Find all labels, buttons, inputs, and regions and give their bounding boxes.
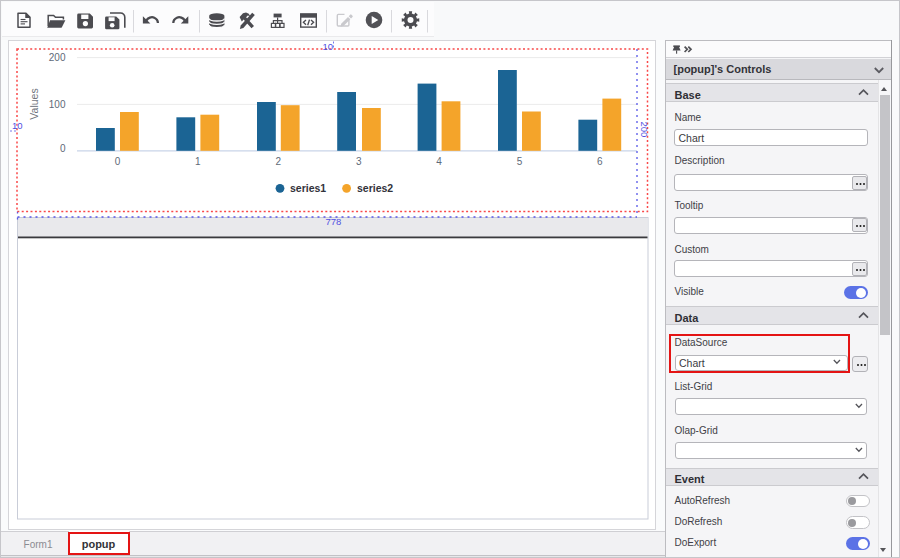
svg-text:2: 2 (276, 156, 282, 167)
svg-text:Values: Values (28, 88, 40, 119)
svg-text:100: 100 (49, 99, 66, 110)
svg-text:0: 0 (115, 156, 121, 167)
svg-text:5: 5 (517, 156, 523, 167)
svg-text:1: 1 (195, 156, 201, 167)
svg-text:0: 0 (60, 143, 66, 154)
svg-text:200: 200 (49, 52, 66, 63)
svg-text:6: 6 (597, 156, 603, 167)
svg-text:200: 200 (639, 122, 650, 138)
svg-text:series2: series2 (357, 182, 393, 194)
svg-text:778: 778 (326, 216, 342, 227)
svg-text:3: 3 (356, 156, 362, 167)
svg-text:10: 10 (12, 120, 23, 131)
svg-text:series1: series1 (290, 182, 326, 194)
svg-text:10: 10 (323, 41, 334, 52)
svg-text:4: 4 (436, 156, 442, 167)
